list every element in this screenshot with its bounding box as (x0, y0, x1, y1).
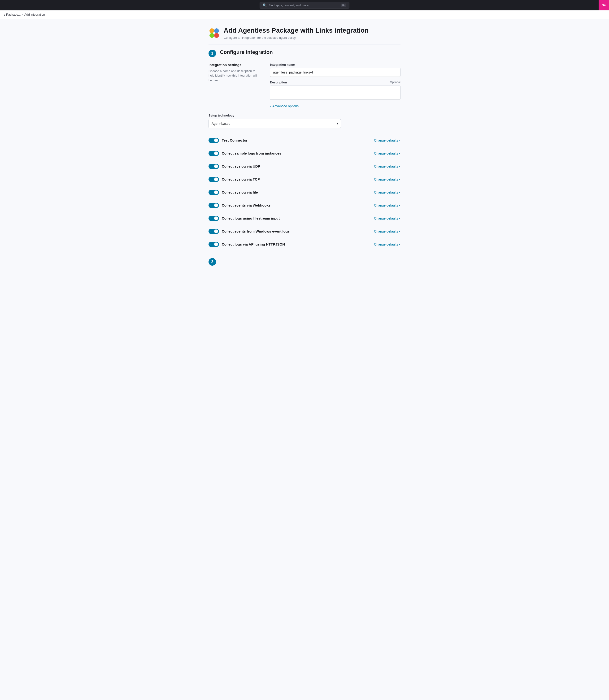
connector-left: ✓ Collect logs using filestream input (209, 216, 280, 221)
connector-name: Collect events from Windows event logs (222, 229, 290, 233)
change-defaults-label: Change defaults (374, 243, 398, 246)
page-subtitle: Configure an integration for the selecte… (224, 36, 369, 39)
chevron-up-icon: ▴ (399, 191, 400, 194)
step-2-badge: 2 (209, 258, 216, 266)
toggle-check-icon: ✓ (210, 165, 212, 167)
chevron-up-icon: ▴ (399, 178, 400, 181)
connector-row: ✓ Test Connector Change defaults ▾ (209, 134, 400, 147)
toggle-check-icon: ✓ (210, 139, 212, 142)
step-1-title: Configure integration (220, 49, 273, 55)
toggle-check-icon: ✓ (210, 191, 212, 194)
avatar[interactable]: Se (598, 0, 609, 11)
svg-point-0 (209, 28, 214, 33)
connector-row: ✓ Collect logs via API using HTTPJSON Ch… (209, 238, 400, 251)
chevron-up-icon: ▴ (399, 165, 400, 168)
svg-point-3 (214, 33, 219, 38)
toggle-syslog-file[interactable]: ✓ (209, 190, 219, 195)
settings-heading: Integration settings (209, 63, 261, 67)
integration-name-field: Integration name (270, 63, 400, 77)
change-defaults-label: Change defaults (374, 216, 398, 220)
connector-left: ✓ Collect syslog via TCP (209, 177, 260, 182)
connector-row: ✓ Collect events via Webhooks Change def… (209, 199, 400, 212)
integration-name-label: Integration name (270, 63, 400, 67)
connector-name: Collect syslog via UDP (222, 164, 260, 168)
connector-left: ✓ Collect syslog via file (209, 190, 258, 195)
change-defaults-filestream[interactable]: Change defaults ▴ (374, 216, 400, 220)
change-defaults-label: Change defaults (374, 164, 398, 168)
step-2-section: 2 (209, 253, 400, 266)
svg-point-2 (209, 33, 214, 38)
toggle-collect-sample-logs[interactable]: ✓ (209, 151, 219, 156)
setup-technology-select-wrapper: Agent-based Agentless ▾ (209, 119, 341, 128)
breadcrumb: s Package... › Add integration (0, 11, 609, 19)
change-defaults-label: Change defaults (374, 203, 398, 207)
toggle-check-icon: ✓ (210, 217, 212, 219)
top-navigation: 🔍 Find apps, content, and more. ⌘/ Se (0, 0, 609, 11)
connector-row: ✓ Collect events from Windows event logs… (209, 225, 400, 238)
change-defaults-windows-event-logs[interactable]: Change defaults ▴ (374, 230, 400, 233)
description-textarea[interactable] (270, 86, 400, 100)
connector-row: ✓ Collect sample logs from instances Cha… (209, 147, 400, 160)
toggle-httpjson[interactable]: ✓ (209, 242, 219, 247)
toggle-syslog-tcp[interactable]: ✓ (209, 177, 219, 182)
search-bar[interactable]: 🔍 Find apps, content, and more. ⌘/ (260, 2, 349, 9)
chevron-down-icon: ▾ (399, 139, 400, 142)
change-defaults-httpjson[interactable]: Change defaults ▴ (374, 243, 400, 246)
chevron-up-icon: ▴ (399, 230, 400, 233)
toggle-filestream[interactable]: ✓ (209, 216, 219, 221)
toggle-check-icon: ✓ (210, 178, 212, 181)
change-defaults-events-webhooks[interactable]: Change defaults ▴ (374, 203, 400, 207)
toggle-check-icon: ✓ (210, 152, 212, 155)
breadcrumb-parent[interactable]: s Package... (4, 13, 21, 16)
chevron-up-icon: ▴ (399, 204, 400, 207)
connector-name: Collect events via Webhooks (222, 203, 271, 207)
svg-point-1 (214, 28, 219, 33)
connector-name: Collect sample logs from instances (222, 151, 281, 155)
connector-row: ✓ Collect syslog via file Change default… (209, 186, 400, 199)
integration-name-input[interactable] (270, 68, 400, 77)
connector-name: Collect logs using filestream input (222, 216, 280, 220)
connectors-section: ✓ Test Connector Change defaults ▾ ✓ Col… (209, 134, 400, 266)
connector-left: ✓ Collect events via Webhooks (209, 203, 271, 208)
connector-name: Collect logs via API using HTTPJSON (222, 242, 285, 246)
settings-fields: Integration name Description Optional › … (270, 63, 400, 108)
change-defaults-collect-sample-logs[interactable]: Change defaults ▴ (374, 151, 400, 155)
toggle-windows-event-logs[interactable]: ✓ (209, 229, 219, 234)
connector-left: ✓ Collect logs via API using HTTPJSON (209, 242, 285, 247)
connector-row: ✓ Collect syslog via UDP Change defaults… (209, 160, 400, 173)
main-content: Add Agentless Package with Links integra… (203, 19, 406, 285)
chevron-up-icon: ▴ (399, 152, 400, 155)
change-defaults-label: Change defaults (374, 139, 398, 142)
header-divider (209, 44, 400, 44)
description-field: Description Optional (270, 80, 400, 101)
connector-name: Collect syslog via TCP (222, 177, 260, 181)
search-placeholder: Find apps, content, and more. (268, 3, 339, 7)
change-defaults-syslog-tcp[interactable]: Change defaults ▴ (374, 178, 400, 181)
advanced-options-label: Advanced options (272, 104, 299, 108)
change-defaults-syslog-udp[interactable]: Change defaults ▴ (374, 164, 400, 168)
breadcrumb-separator: › (22, 13, 23, 16)
setup-technology-label: Setup technology (209, 114, 400, 117)
connector-left: ✓ Collect events from Windows event logs (209, 229, 290, 234)
change-defaults-syslog-file[interactable]: Change defaults ▴ (374, 191, 400, 194)
toggle-check-icon: ✓ (210, 204, 212, 207)
change-defaults-test-connector[interactable]: Change defaults ▾ (374, 139, 400, 142)
package-logo (209, 28, 220, 39)
change-defaults-label: Change defaults (374, 191, 398, 194)
connector-name: Test Connector (222, 138, 247, 142)
toggle-test-connector[interactable]: ✓ (209, 138, 219, 143)
step-1-badge: 1 (209, 50, 216, 57)
setup-technology-section: Setup technology Agent-based Agentless ▾ (209, 114, 400, 128)
setup-technology-select[interactable]: Agent-based Agentless (209, 119, 341, 128)
toggle-check-icon: ✓ (210, 243, 212, 246)
connector-left: ✓ Test Connector (209, 138, 247, 143)
toggle-check-icon: ✓ (210, 230, 212, 233)
description-label: Description Optional (270, 80, 400, 84)
toggle-syslog-udp[interactable]: ✓ (209, 164, 219, 169)
chevron-up-icon: ▴ (399, 243, 400, 246)
page-title: Add Agentless Package with Links integra… (224, 26, 369, 35)
change-defaults-label: Change defaults (374, 178, 398, 181)
advanced-options-toggle[interactable]: › Advanced options (270, 104, 299, 108)
toggle-events-webhooks[interactable]: ✓ (209, 203, 219, 208)
chevron-right-icon: › (270, 105, 271, 108)
